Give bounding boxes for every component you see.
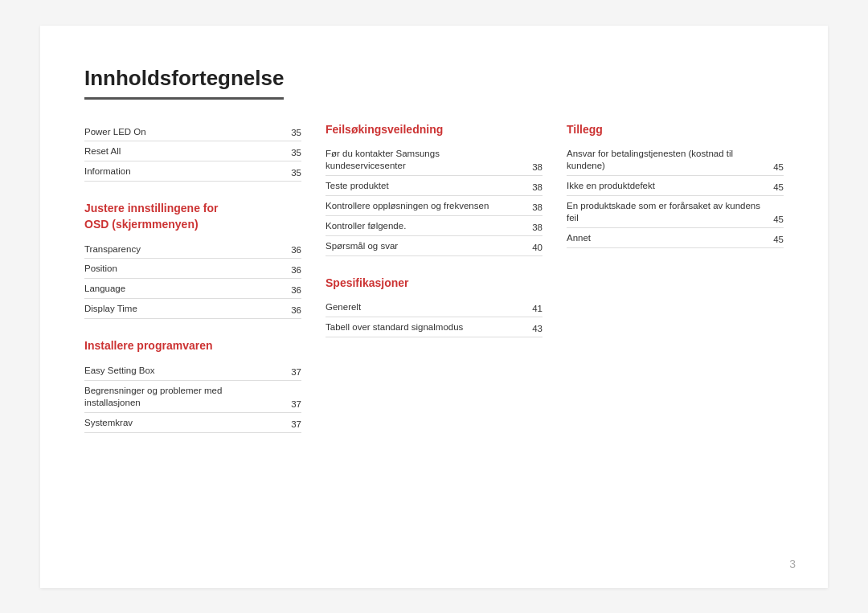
table-row: Systemkrav 37 <box>84 413 301 433</box>
table-row: En produktskade som er forårsaket av kun… <box>567 196 784 228</box>
table-row: Før du kontakter Samsungs kundeservicese… <box>326 144 542 176</box>
table-row: Ikke en produktdefekt 45 <box>567 176 784 196</box>
table-row: Spørsmål og svar 40 <box>326 236 542 256</box>
table-row: Information 35 <box>84 161 301 182</box>
section-heading-osd: Justere innstillingene forOSD (skjermmen… <box>84 201 301 232</box>
table-row: Kontrollere oppløsningen og frekvensen 3… <box>326 196 542 216</box>
section-heading-software: Installere programvaren <box>84 338 301 354</box>
column-2: Feilsøkingsveiledning Før du kontakter S… <box>326 122 567 452</box>
software-section: Installere programvaren Easy Setting Box… <box>84 338 301 432</box>
table-row: Generelt 41 <box>326 297 542 317</box>
table-row: Reset All 35 <box>84 141 301 161</box>
toc-columns: Power LED On 35 Reset All 35 Information… <box>84 122 784 452</box>
page: Innholdsfortegnelse Power LED On 35 Rese… <box>40 26 828 588</box>
plain-section: Power LED On 35 Reset All 35 Information… <box>84 122 301 182</box>
table-row: Easy Setting Box 37 <box>84 361 301 381</box>
table-row: Teste produktet 38 <box>326 176 542 196</box>
appendix-section: Tillegg Ansvar for betalingstjenesten (k… <box>567 122 784 248</box>
osd-section: Justere innstillingene forOSD (skjermmen… <box>84 201 301 319</box>
table-row: Display Time 36 <box>84 299 301 319</box>
column-3: Tillegg Ansvar for betalingstjenesten (k… <box>567 122 784 452</box>
table-row: Power LED On 35 <box>84 122 301 142</box>
section-heading-appendix: Tillegg <box>567 122 784 138</box>
table-row: Position 36 <box>84 259 301 279</box>
table-row: Language 36 <box>84 279 301 299</box>
table-row: Annet 45 <box>567 228 784 248</box>
section-heading-troubleshooting: Feilsøkingsveiledning <box>326 122 542 138</box>
table-row: Transparency 36 <box>84 239 301 260</box>
column-1: Power LED On 35 Reset All 35 Information… <box>84 122 326 452</box>
page-number: 3 <box>789 558 796 570</box>
page-title: Innholdsfortegnelse <box>84 66 284 100</box>
troubleshooting-section: Feilsøkingsveiledning Før du kontakter S… <box>326 122 542 256</box>
table-row: Ansvar for betalingstjenesten (kostnad t… <box>567 144 784 176</box>
table-row: Tabell over standard signalmodus 43 <box>326 317 542 337</box>
table-row: Begrensninger og problemer med installas… <box>84 381 301 413</box>
table-row: Kontroller følgende. 38 <box>326 216 542 236</box>
section-heading-specifications: Spesifikasjoner <box>326 276 542 292</box>
specifications-section: Spesifikasjoner Generelt 41 Tabell over … <box>326 276 542 337</box>
